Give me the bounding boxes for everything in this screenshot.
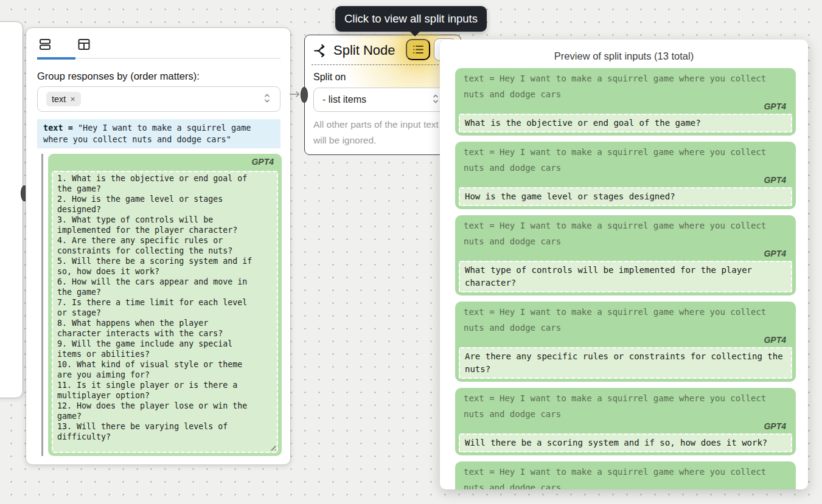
response-item: 5. Will there be a scoring system and if…: [57, 256, 252, 277]
card-input-text: text = Hey I want to make a squirrel gam…: [464, 464, 782, 489]
edge-arrow-icon: [290, 90, 302, 98]
input-variable-preview: text = "Hey I want to make a squirrel ga…: [37, 119, 280, 148]
helper-text: All other parts of the input text will b…: [313, 117, 443, 148]
tooltip: Click to view all split inputs: [335, 6, 487, 32]
model-badge: GPT4: [464, 249, 789, 259]
response-item: 3. What type of controls will be impleme…: [57, 215, 252, 235]
response-item: 9. Will the game include any special ite…: [57, 339, 252, 359]
split-node: Split Node ⋮ Split on - list items All o…: [304, 35, 461, 155]
tooltip-text: Click to view all split inputs: [344, 12, 478, 25]
split-input-card: text = Hey I want to make a squirrel gam…: [455, 388, 796, 455]
card-input-text: text = Hey I want to make a squirrel gam…: [464, 305, 782, 336]
split-on-value: - list items: [322, 94, 366, 105]
response-item: 6. How will the cars appear and move in …: [57, 277, 252, 297]
model-badge: GPT4: [464, 336, 789, 345]
split-question: How is the game level or stages designed…: [459, 187, 792, 206]
split-input-card: text = Hey I want to make a squirrel gam…: [455, 68, 796, 136]
tag-chip: text ×: [46, 92, 81, 106]
tab-rows-view[interactable]: [37, 36, 53, 52]
tooltip-notch: [409, 31, 420, 36]
split-on-label: Split on: [313, 72, 346, 83]
model-response-text: 1. What is the objective or end goal of …: [52, 171, 278, 453]
response-item: 2. How is the game level or stages desig…: [57, 194, 252, 215]
split-icon: [313, 44, 327, 58]
split-question: Are there any specific rules or constrai…: [459, 347, 792, 379]
group-by-select[interactable]: text ×: [37, 86, 280, 112]
response-item: 13. Will there be varying levels of diff…: [57, 421, 252, 442]
preview-title: Preview of split inputs (13 total): [440, 50, 808, 62]
input-value: "Hey I want to make a squirrel game wher…: [43, 123, 251, 144]
split-input-card: text = Hey I want to make a squirrel gam…: [455, 461, 796, 489]
response-item: 12. How does the player lose or win the …: [57, 401, 252, 421]
tab-underline: [37, 58, 280, 59]
group-responses-node: Group responses by (order matters): text…: [26, 27, 291, 465]
response-item: 4. Are there any specific rules or const…: [57, 235, 252, 256]
model-badge: GPT4: [464, 102, 789, 112]
list-icon: [412, 44, 425, 55]
split-on-select[interactable]: - list items: [313, 88, 453, 112]
rows-view-icon: [38, 37, 52, 52]
split-input-card: text = Hey I want to make a squirrel gam…: [455, 215, 796, 295]
left-edge-node: × e w ot at se: [0, 21, 23, 398]
model-badge: GPT4: [464, 422, 789, 432]
card-input-text: text = Hey I want to make a squirrel gam…: [464, 391, 782, 422]
group-by-label: Group responses by (order matters):: [37, 71, 200, 82]
model-response-block: GPT4 1. What is the objective or end goa…: [48, 154, 282, 456]
response-item: 7. Is there a time limit for each level …: [57, 297, 252, 318]
node-title: Split Node: [333, 43, 395, 58]
split-question: What type of controls will be implemente…: [459, 261, 792, 292]
card-input-text: text = Hey I want to make a squirrel gam…: [464, 145, 782, 176]
tag-label: text: [52, 94, 66, 104]
view-split-inputs-button[interactable]: [406, 39, 430, 60]
resize-handle-icon[interactable]: [269, 444, 276, 450]
response-item: 1. What is the objective or end goal of …: [57, 173, 252, 194]
response-item: 8. What happens when the player characte…: [57, 318, 252, 339]
tab-table-view[interactable]: [76, 36, 92, 52]
model-badge: GPT4: [251, 157, 274, 167]
response-item: 10. What kind of visual style or theme a…: [57, 359, 252, 380]
split-input-card: text = Hey I want to make a squirrel gam…: [455, 142, 796, 209]
split-question: Will there be a scoring system and if so…: [459, 433, 792, 452]
response-accent-bar: [41, 154, 43, 456]
card-input-text: text = Hey I want to make a squirrel gam…: [464, 218, 782, 249]
table-view-icon: [77, 37, 91, 52]
active-tab-indicator: [37, 57, 75, 60]
split-node-input-port[interactable]: [301, 87, 308, 103]
input-key: text =: [43, 123, 73, 133]
card-input-text: text = Hey I want to make a squirrel gam…: [464, 71, 782, 102]
chevron-updown-icon: [263, 93, 271, 106]
dashed-divider: [312, 64, 457, 65]
split-inputs-preview-panel: Preview of split inputs (13 total) text …: [440, 40, 808, 489]
response-item: 11. Is it single player or is there a mu…: [57, 380, 252, 401]
split-input-card: text = Hey I want to make a squirrel gam…: [455, 302, 796, 382]
split-question: What is the objective or end goal of the…: [459, 114, 792, 133]
model-badge: GPT4: [464, 176, 789, 185]
chevron-updown-icon: [431, 94, 440, 106]
remove-tag-icon[interactable]: ×: [70, 94, 75, 104]
